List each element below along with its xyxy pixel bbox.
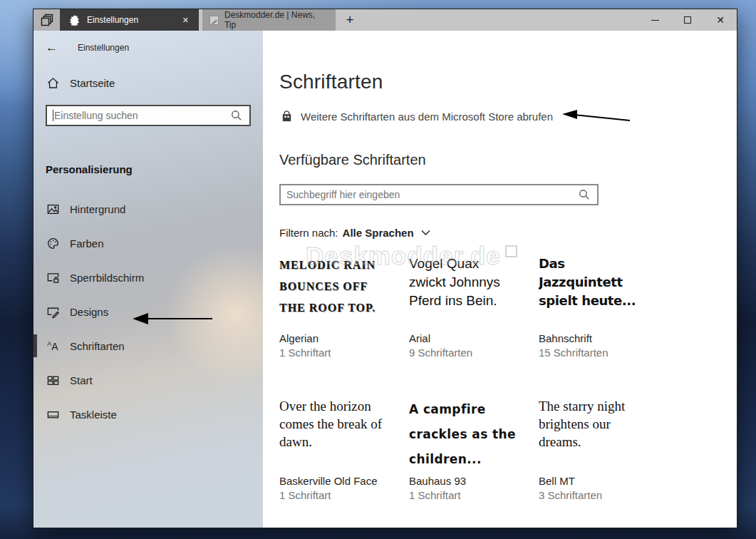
fonts-icon: AA [46, 339, 60, 353]
home-icon [46, 76, 60, 90]
sidebar-item-schriftarten[interactable]: AA Schriftarten [33, 329, 263, 363]
font-search-input[interactable] [286, 189, 577, 200]
font-search-box[interactable] [279, 184, 599, 205]
font-name: Baskerville Old Face [279, 474, 388, 488]
font-preview: Over the horizon comes the break of dawn… [279, 397, 388, 468]
store-link-label: Weitere Schriftarten aus dem Microsoft S… [301, 111, 553, 123]
font-preview: MELODIC RAIN BOUNCES OFF THE ROOF TOP. [279, 255, 388, 326]
font-name: Bahnschrift [539, 332, 647, 346]
close-button[interactable]: ✕ [704, 9, 737, 31]
desktop-wallpaper: Einstellungen ✕ Deskmodder.de | News, Ti… [0, 0, 756, 539]
sidebar-app-title: Einstellungen [78, 43, 129, 53]
fonts-page: Schriftarten Weitere Schriftarten aus de… [263, 31, 737, 528]
maximize-button[interactable] [671, 9, 704, 31]
sidebar: ← Einstellungen Startseite [33, 31, 263, 528]
search-icon[interactable] [577, 188, 591, 202]
back-arrow-icon[interactable]: ← [46, 41, 58, 55]
font-count: 1 Schriftart [409, 488, 517, 503]
sidebar-item-label: Start [70, 374, 93, 386]
font-preview: Vogel Quax zwickt Johnnys Pferd ins Bein… [409, 255, 517, 326]
store-icon [279, 109, 294, 123]
font-grid: MELODIC RAIN BOUNCES OFF THE ROOF TOP. A… [279, 255, 737, 503]
font-tile-bauhaus-93[interactable]: A campfire crackles as the children... B… [409, 397, 517, 503]
tab-close-icon[interactable]: ✕ [180, 16, 192, 25]
palette-icon [46, 236, 60, 250]
settings-search-box[interactable] [46, 105, 251, 126]
font-count: 1 Schriftart [279, 488, 388, 503]
minimize-button[interactable] [638, 9, 671, 31]
minimize-icon [651, 20, 659, 21]
font-count: 9 Schriftarten [409, 346, 517, 360]
tab-title: Deskmodder.de | News, Tip [224, 10, 328, 30]
tab-overview-button[interactable] [33, 9, 60, 31]
sidebar-item-label: Sperrbildschirm [70, 272, 144, 284]
font-preview: Das Jazzquintett spielt heute... [539, 255, 647, 326]
sidebar-item-label: Taskleiste [70, 409, 117, 421]
language-filter-dropdown[interactable]: Alle Sprachen [343, 227, 414, 239]
sidebar-item-taskleiste[interactable]: Taskleiste [33, 397, 263, 431]
start-tiles-icon [46, 373, 60, 387]
selected-indicator [33, 334, 37, 357]
sidebar-item-label: Hintergrund [70, 203, 125, 215]
sidebar-section-header: Personalisierung [46, 163, 133, 175]
themes-icon [46, 304, 60, 319]
new-tab-button[interactable]: + [336, 9, 364, 31]
font-name: Bell MT [539, 474, 647, 488]
tab-favicon [209, 16, 219, 25]
sidebar-item-label: Schriftarten [70, 340, 125, 352]
font-name: Bauhaus 93 [409, 474, 517, 488]
sidebar-item-label: Farben [70, 237, 104, 250]
titlebar-drag-area[interactable] [364, 9, 638, 31]
sidebar-item-sperrbildschirm[interactable]: Sperrbildschirm [33, 260, 263, 294]
chevron-down-icon[interactable] [421, 230, 430, 236]
font-count: 3 Schriftarten [539, 488, 647, 503]
font-tile-bell-mt[interactable]: The starry night brightens our dreams. B… [539, 397, 647, 503]
font-count: 1 Schriftart [279, 346, 388, 360]
font-count: 15 Schriftarten [539, 346, 647, 360]
font-tile-arial[interactable]: Vogel Quax zwickt Johnnys Pferd ins Bein… [409, 255, 517, 360]
gear-icon [67, 13, 81, 27]
lockscreen-icon [46, 270, 60, 284]
sidebar-item-farben[interactable]: Farben [33, 226, 263, 260]
image-icon [46, 202, 60, 216]
sidebar-item-label: Designs [70, 306, 108, 318]
stacked-windows-icon [40, 13, 54, 27]
font-preview: The starry night brightens our dreams. [539, 397, 647, 468]
search-icon[interactable] [229, 108, 244, 123]
settings-search-input[interactable] [54, 110, 229, 121]
sidebar-item-designs[interactable]: Designs [33, 294, 263, 329]
maximize-icon [684, 16, 691, 24]
tab-title: Einstellungen [87, 15, 174, 25]
font-name: Arial [409, 332, 517, 346]
settings-window: Einstellungen ✕ Deskmodder.de | News, Ti… [33, 9, 737, 528]
font-tile-algerian[interactable]: MELODIC RAIN BOUNCES OFF THE ROOF TOP. A… [279, 255, 388, 360]
font-preview: A campfire crackles as the children... [409, 397, 517, 468]
sidebar-item-hintergrund[interactable]: Hintergrund [33, 192, 263, 226]
page-title: Schriftarten [279, 71, 737, 93]
font-name: Algerian [279, 332, 388, 346]
available-fonts-heading: Verfügbare Schriftarten [279, 152, 737, 168]
font-tile-baskerville-old-face[interactable]: Over the horizon comes the break of dawn… [279, 397, 388, 503]
store-link[interactable]: Weitere Schriftarten aus dem Microsoft S… [279, 109, 553, 123]
taskbar-icon [46, 407, 60, 421]
sidebar-item-label: Startseite [70, 77, 115, 89]
tab-deskmodder[interactable]: Deskmodder.de | News, Tip [202, 9, 336, 31]
sidebar-item-startseite[interactable]: Startseite [46, 76, 115, 90]
titlebar: Einstellungen ✕ Deskmodder.de | News, Ti… [33, 9, 737, 31]
tab-einstellungen[interactable]: Einstellungen ✕ [60, 9, 199, 31]
filter-label: Filtern nach: [279, 227, 338, 239]
sidebar-item-start[interactable]: Start [33, 363, 263, 397]
font-tile-bahnschrift[interactable]: Das Jazzquintett spielt heute... Bahnsch… [539, 255, 647, 360]
text-caret [53, 110, 53, 121]
